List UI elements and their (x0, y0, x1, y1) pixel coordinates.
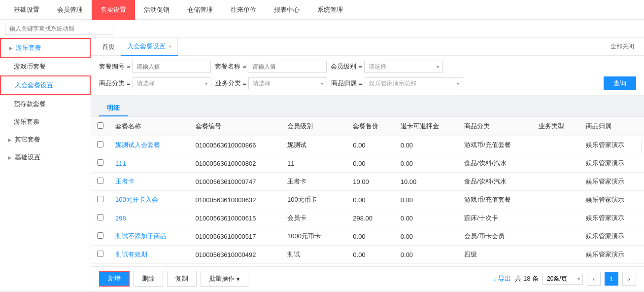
tab-入会套餐设置[interactable]: 入会套餐设置× (121, 38, 178, 56)
copy-button[interactable]: 复制 (167, 271, 197, 287)
cell-price: 0.00 (347, 227, 395, 246)
prev-page-button[interactable]: ‹ (587, 272, 601, 286)
filter-op: = (127, 80, 131, 87)
filter-select-商品归属[interactable]: 娱乐管家演示总部 (365, 77, 463, 89)
filter-select-wrap-业务分类: 请选择 (248, 77, 327, 89)
nav-item-报表中心[interactable]: 报表中心 (265, 0, 308, 20)
cell-deposit: 0.00 (395, 154, 459, 173)
nav-item-售卖设置[interactable]: 售卖设置 (92, 0, 135, 20)
cell-deposit: 0.00 (395, 136, 459, 154)
cell-name[interactable]: 100元开卡入会 (109, 191, 190, 209)
bottom-right: ↓ 导出 共 18 条 10条/页20条/页50条/页100条/页 ‹ 1 › (493, 272, 636, 286)
cell-belong: 娱乐管家演示 (580, 227, 644, 246)
nav-item-往来单位[interactable]: 往来单位 (222, 0, 265, 20)
nav-item-基础设置[interactable]: 基础设置 (5, 0, 48, 20)
bottom-left: 新增 删除 复制 批量操作 ▾ (99, 271, 248, 287)
batch-button[interactable]: 批量操作 ▾ (201, 271, 248, 287)
sidebar-child-游戏币套餐[interactable]: 游戏币套餐 (0, 58, 91, 75)
cell-level: 100元币卡 (281, 191, 347, 209)
delete-button[interactable]: 删除 (134, 271, 163, 287)
tab-bar: 首页入会套餐设置× 全部关闭 (91, 38, 644, 56)
filter-select-商品分类[interactable]: 请选择 (133, 77, 211, 89)
bottom-bar: 新增 删除 复制 批量操作 ▾ ↓ 导出 共 18 条 10条/页20条/页50… (91, 266, 644, 291)
page-size-select[interactable]: 10条/页20条/页50条/页100条/页 (542, 273, 583, 285)
table-row: 测试不添加子商品010005636100005171000元币卡0.000.00… (91, 227, 644, 246)
filter-item-套餐名称: 套餐名称≈ (215, 61, 327, 73)
arrow-icon: ▶ (9, 45, 13, 51)
sidebar-section-游乐套餐[interactable]: ▶游乐套餐 (0, 38, 91, 58)
sidebar-section-label: 基础设置 (15, 153, 40, 162)
sidebar-content: ▶游乐套餐游戏币套餐入会套餐设置预存款套餐游乐套票▶其它套餐▶基础设置 (0, 38, 91, 166)
cell-name[interactable]: 测试有效期 (109, 246, 190, 264)
all-close-button[interactable]: 全部关闭 (606, 42, 639, 51)
row-checkbox[interactable] (97, 178, 103, 184)
row-checkbox[interactable] (97, 159, 103, 166)
row-checkbox[interactable] (97, 141, 103, 147)
filter-select-会员级别[interactable]: 请选择 (364, 61, 443, 73)
cell-checkbox (91, 246, 109, 264)
col-header-category: 商品分类 (458, 117, 533, 136)
cell-name[interactable]: 111 (109, 154, 190, 173)
cell-name[interactable]: 测试不添加子商品 (109, 227, 190, 246)
filter-op: = (243, 80, 247, 87)
sidebar-child-label: 预存款套餐 (14, 100, 46, 109)
cell-code: 01000563610000866 (190, 136, 282, 154)
cell-name[interactable]: 妮测试入会套餐 (109, 136, 190, 154)
cell-bizType (533, 227, 580, 246)
cell-bizType (533, 154, 580, 173)
main-layout: ▶游乐套餐游戏币套餐入会套餐设置预存款套餐游乐套票▶其它套餐▶基础设置 ‹ 首页… (0, 38, 644, 291)
cell-category: 四级 (458, 246, 533, 264)
row-checkbox[interactable] (97, 214, 103, 220)
tab-section-detail[interactable]: 明细 (99, 101, 128, 116)
col-header-checkbox (91, 117, 109, 136)
filter-input-套餐编号[interactable] (132, 61, 211, 73)
cell-name[interactable]: 王者卡 (109, 173, 190, 191)
cell-price: 10.00 (347, 173, 395, 191)
nav-item-系统管理[interactable]: 系统管理 (308, 0, 352, 20)
col-header-name: 套餐名称 (109, 117, 190, 136)
col-header-bizType: 业务类型 (533, 117, 580, 136)
batch-label: 批量操作 (209, 274, 235, 283)
current-page-button[interactable]: 1 (605, 272, 618, 286)
table-body: 妮测试入会套餐01000563610000866妮测试0.000.00游戏币/充… (91, 136, 644, 267)
cell-price: 0.00 (347, 246, 395, 264)
table-row: 29801000563610000615会员卡298.000.00蹦床/十次卡娱… (91, 209, 644, 227)
select-all-checkbox[interactable] (97, 122, 103, 129)
export-button[interactable]: ↓ 导出 (493, 274, 511, 283)
cell-checkbox (91, 227, 109, 246)
filter-label: 商品归属 (331, 79, 357, 88)
filter-row-2: 商品分类=请选择业务分类=请选择商品归属=娱乐管家演示总部 查询 (99, 76, 636, 90)
query-button[interactable]: 查询 (604, 76, 636, 90)
cell-price: 298.00 (347, 209, 395, 227)
cell-name[interactable]: 298 (109, 209, 190, 227)
next-page-button[interactable]: › (622, 272, 636, 286)
sidebar-section-基础设置[interactable]: ▶基础设置 (0, 148, 91, 166)
filter-label: 套餐编号 (99, 62, 125, 71)
table-row: 11101000563610000802110.000.00食品/饮料/汽水娱乐… (91, 154, 644, 173)
row-checkbox[interactable] (97, 196, 103, 202)
filter-input-套餐名称[interactable] (248, 61, 327, 73)
cell-belong: 娱乐管家演示 (580, 173, 644, 191)
row-checkbox[interactable] (97, 251, 103, 257)
cell-belong: 娱乐管家演示 (580, 246, 644, 264)
sidebar-section-其它套餐[interactable]: ▶其它套餐 (0, 131, 91, 148)
sidebar-child-游乐套票[interactable]: 游乐套票 (0, 113, 91, 131)
sidebar-child-预存款套餐[interactable]: 预存款套餐 (0, 95, 91, 113)
nav-item-会员管理[interactable]: 会员管理 (48, 0, 92, 20)
sidebar: ▶游乐套餐游戏币套餐入会套餐设置预存款套餐游乐套票▶其它套餐▶基础设置 ‹ (0, 38, 91, 291)
nav-item-仓储管理[interactable]: 仓储管理 (178, 0, 222, 20)
cell-level: 妮测试 (281, 136, 347, 154)
add-button[interactable]: 新增 (99, 271, 130, 287)
cell-code: 01000563610000632 (190, 191, 282, 209)
cell-category: 食品/饮料/汽水 (458, 173, 533, 191)
row-checkbox[interactable] (97, 232, 103, 239)
sidebar-child-label: 入会套餐设置 (15, 81, 53, 90)
filter-select-wrap-会员级别: 请选择 (364, 61, 443, 73)
filter-select-业务分类[interactable]: 请选择 (248, 77, 327, 89)
sidebar-child-入会套餐设置[interactable]: 入会套餐设置 (0, 75, 91, 95)
nav-item-活动促销[interactable]: 活动促销 (135, 0, 178, 20)
tab-首页[interactable]: 首页 (96, 38, 121, 56)
tab-close-icon[interactable]: × (169, 43, 171, 49)
search-input[interactable] (5, 23, 113, 35)
cell-level: 11 (281, 154, 347, 173)
